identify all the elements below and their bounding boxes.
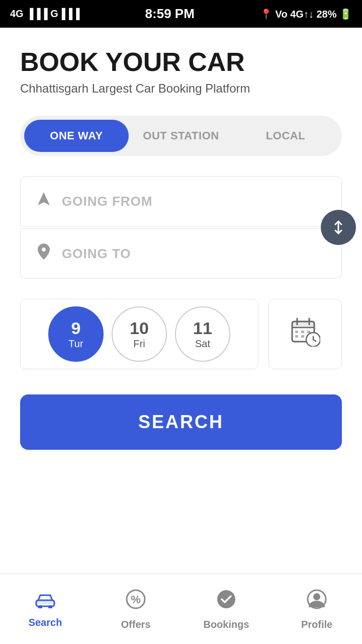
- svg-rect-6: [295, 331, 298, 333]
- search-button[interactable]: SEARCH: [20, 394, 342, 450]
- bookings-icon: [215, 588, 237, 615]
- svg-marker-0: [38, 192, 50, 205]
- car-icon: [34, 590, 56, 613]
- destination-icon: [36, 243, 52, 265]
- page-subtitle: Chhattisgarh Largest Car Booking Platfor…: [20, 82, 342, 96]
- location-wrapper: GOING FROM GOING TO: [20, 176, 342, 279]
- nav-item-bookings[interactable]: Bookings: [181, 588, 272, 630]
- nav-item-offers[interactable]: % Offers: [90, 588, 181, 630]
- svg-text:%: %: [131, 593, 141, 606]
- date-9-day: Tur: [68, 338, 83, 350]
- trip-type-selector: ONE WAY OUT STATION LOCAL: [20, 116, 342, 156]
- date-11[interactable]: 11 Sat: [175, 306, 230, 362]
- svg-rect-17: [36, 600, 54, 604]
- tab-one-way[interactable]: ONE WAY: [24, 120, 129, 152]
- svg-point-20: [217, 590, 235, 608]
- date-11-number: 11: [193, 318, 212, 338]
- offers-icon: %: [125, 588, 147, 615]
- svg-rect-2: [292, 321, 314, 328]
- date-9-number: 9: [71, 318, 81, 338]
- going-to-field[interactable]: GOING TO: [20, 228, 342, 279]
- nav-label-profile: Profile: [301, 619, 332, 630]
- status-left: 4G ▐▐▐ G▐▐▐: [10, 8, 79, 20]
- calendar-icon: [290, 316, 320, 352]
- bottom-navigation: Search % Offers Bookings Profile: [0, 574, 362, 644]
- status-time: 8:59 PM: [145, 6, 195, 22]
- going-from-field[interactable]: GOING FROM: [20, 176, 342, 226]
- status-bar: 4G ▐▐▐ G▐▐▐ 8:59 PM 📍 Vo 4G↑↓ 28% 🔋: [0, 0, 362, 28]
- svg-rect-10: [301, 335, 304, 338]
- calendar-button[interactable]: [268, 299, 342, 369]
- date-picker[interactable]: 9 Tur 10 Fri 11 Sat: [20, 299, 258, 369]
- nav-label-bookings: Bookings: [203, 619, 249, 630]
- date-10-number: 10: [130, 318, 149, 338]
- date-10[interactable]: 10 Fri: [112, 306, 167, 362]
- battery-indicator: 📍 Vo 4G↑↓ 28% 🔋: [260, 8, 352, 20]
- swap-locations-button[interactable]: [321, 210, 356, 245]
- nav-label-offers: Offers: [121, 619, 151, 630]
- tab-local[interactable]: LOCAL: [233, 120, 338, 152]
- svg-rect-7: [301, 331, 304, 333]
- page-title: BOOK YOUR CAR: [20, 48, 342, 76]
- svg-rect-8: [307, 331, 310, 333]
- tab-out-station[interactable]: OUT STATION: [129, 120, 233, 152]
- going-from-placeholder: GOING FROM: [62, 194, 152, 209]
- going-to-placeholder: GOING TO: [62, 246, 131, 262]
- network-indicator: 4G ▐▐▐ G▐▐▐: [10, 8, 79, 20]
- main-content: BOOK YOUR CAR Chhattisgarh Largest Car B…: [0, 28, 362, 550]
- date-section: 9 Tur 10 Fri 11 Sat: [20, 299, 342, 369]
- svg-point-22: [313, 593, 320, 600]
- date-9[interactable]: 9 Tur: [48, 306, 104, 362]
- status-right: 📍 Vo 4G↑↓ 28% 🔋: [260, 8, 352, 20]
- date-11-day: Sat: [195, 338, 210, 350]
- date-10-day: Fri: [133, 338, 145, 350]
- nav-item-search[interactable]: Search: [0, 590, 90, 628]
- profile-icon: [306, 588, 328, 615]
- nav-item-profile[interactable]: Profile: [272, 588, 362, 630]
- navigation-icon: [36, 191, 52, 211]
- svg-rect-9: [295, 335, 298, 338]
- nav-label-search: Search: [29, 617, 62, 628]
